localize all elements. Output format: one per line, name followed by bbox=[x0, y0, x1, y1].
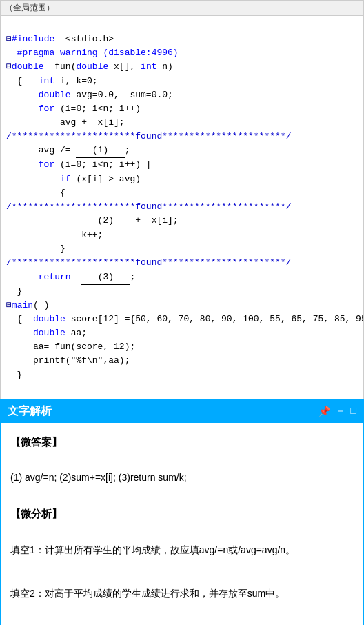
analysis-title: 文字解析 bbox=[8, 404, 52, 419]
code-line-20: ⊟main( ) bbox=[6, 300, 49, 310]
scope-text: （全局范围） bbox=[5, 3, 54, 12]
code-line-5: double avg=0.0, sum=0.0; bbox=[6, 90, 173, 100]
code-line-11: if (x[i] > avg) bbox=[6, 174, 141, 184]
code-line-25: } bbox=[6, 370, 22, 380]
header-icons: 📌 － □ bbox=[318, 405, 356, 417]
analysis-header: 文字解析 📌 － □ bbox=[1, 400, 363, 423]
code-line-21: { double score[12] ={50, 60, 70, 80, 90,… bbox=[6, 314, 364, 324]
analysis-body: 【微答案】 (1) avg/=n; (2)sum+=x[i]; (3)retur… bbox=[1, 423, 363, 625]
code-line-19: } bbox=[6, 286, 22, 297]
code-found-3: /***********************found***********… bbox=[6, 257, 291, 268]
micro-answer-label: 【微答案】 bbox=[10, 433, 354, 451]
analysis-para-2: 填空2：对高于平均成绩的学生成绩进行求和，并存放至sum中。 bbox=[10, 584, 354, 603]
code-found-1: /***********************found***********… bbox=[6, 131, 291, 141]
code-line-3: ⊟double fun(double x[], int n) bbox=[6, 61, 173, 72]
maximize-icon[interactable]: □ bbox=[351, 406, 356, 417]
code-line-9: avg /= (1) ; bbox=[6, 145, 130, 155]
code-line-14: (2) += x[i]; bbox=[6, 215, 179, 226]
code-line-23: aa= fun(score, 12); bbox=[6, 341, 135, 352]
code-line-24: printf("%f\n",aa); bbox=[6, 355, 130, 366]
code-line-2: #pragma warning (disable:4996) bbox=[6, 48, 179, 58]
code-line-6: for (i=0; i<n; i++) bbox=[6, 103, 141, 114]
code-line-22: double aa; bbox=[6, 328, 87, 338]
code-line-7: avg += x[i]; bbox=[6, 117, 125, 128]
code-content: ⊟#include <stdio.h> #pragma warning (dis… bbox=[1, 16, 363, 399]
answer-text: (1) avg/=n; (2)sum+=x[i]; (3)return sum/… bbox=[10, 469, 354, 486]
code-line-16: } bbox=[6, 244, 65, 254]
analysis-panel: 文字解析 📌 － □ 【微答案】 (1) avg/=n; (2)sum+=x[i… bbox=[0, 399, 364, 625]
code-line-1: ⊟#include <stdio.h> bbox=[6, 34, 114, 44]
analysis-para-1: 填空1：计算出所有学生的平均成绩，故应填avg/=n或/avg=avg/n。 bbox=[10, 541, 354, 559]
scope-label: （全局范围） bbox=[1, 1, 363, 16]
code-line-10: for (i=0; i<n; i++) | bbox=[6, 159, 152, 170]
pin-icon[interactable]: 📌 bbox=[318, 406, 330, 417]
code-panel: （全局范围） ⊟#include <stdio.h> #pragma warni… bbox=[0, 0, 364, 399]
code-line-18: return (3) ; bbox=[6, 272, 135, 282]
code-line-15: k++; bbox=[6, 230, 103, 240]
minimize-icon[interactable]: － bbox=[336, 405, 345, 417]
code-line-12: { bbox=[6, 188, 65, 198]
code-found-2: /***********************found***********… bbox=[6, 201, 291, 212]
micro-analysis-label: 【微分析】 bbox=[10, 504, 354, 523]
code-line-4: { int i, k=0; bbox=[6, 76, 98, 86]
